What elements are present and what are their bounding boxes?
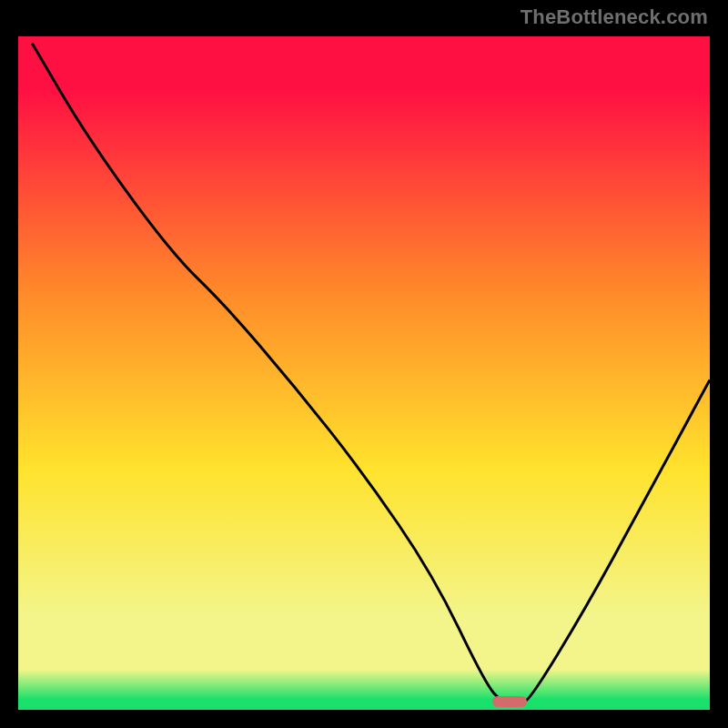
optimal-range-marker [492,696,527,707]
bottleneck-curve [18,36,710,710]
plot-area [18,36,710,710]
watermark-text: TheBottleneck.com [521,5,708,29]
curve-path [32,43,710,703]
chart-container: TheBottleneck.com [0,0,728,728]
